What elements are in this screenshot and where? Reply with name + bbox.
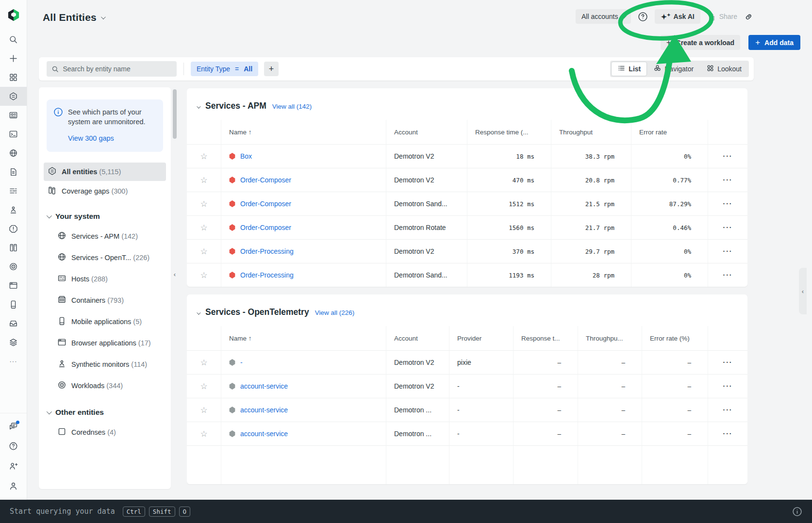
mobile-icon[interactable] <box>0 295 27 314</box>
sidebar-item-corednses[interactable]: Corednses (4) <box>53 422 166 443</box>
favorite-star-toggle[interactable]: ☆ <box>200 430 207 438</box>
entity-link[interactable]: account-service <box>240 406 288 414</box>
sidebar-item-all-entities[interactable]: All entities (5,115) <box>44 163 166 181</box>
favorite-star-toggle[interactable]: ☆ <box>200 359 207 367</box>
sidebar-item-services-apm[interactable]: Services - APM (142) <box>53 226 166 247</box>
favorite-star-toggle[interactable]: ☆ <box>200 406 207 414</box>
row-actions-button[interactable]: ··· <box>708 192 747 215</box>
workloads-icon[interactable] <box>0 257 27 276</box>
sidebar-item-mobile-applications[interactable]: Mobile applications (5) <box>53 311 166 332</box>
group-header-other-entities[interactable]: Other entities <box>47 408 163 417</box>
column-header-name[interactable]: Name ↑ <box>221 120 386 144</box>
row-actions-button[interactable]: ··· <box>708 263 747 287</box>
favorite-star-toggle[interactable]: ☆ <box>200 224 207 232</box>
sidebar-item-workloads[interactable]: Workloads (344) <box>53 375 166 396</box>
chevron-down-icon[interactable] <box>197 104 200 108</box>
entity-link[interactable]: account-service <box>240 430 288 438</box>
sidebar-item-coverage-gaps[interactable]: Coverage gaps (300) <box>44 182 166 200</box>
favorite-star-toggle[interactable]: ☆ <box>200 271 207 279</box>
view-navigator-button[interactable]: Navigator <box>647 62 700 76</box>
favorite-star-toggle[interactable]: ☆ <box>200 200 207 208</box>
view-all-link[interactable]: View all (226) <box>315 309 355 316</box>
dashboards-icon[interactable] <box>0 68 27 87</box>
create-workload-button[interactable]: + Create a workload <box>661 35 741 50</box>
favorite-star-toggle[interactable]: ☆ <box>200 247 207 256</box>
item-count: (142) <box>121 232 138 240</box>
help-icon[interactable] <box>0 436 27 456</box>
page-title-wrap[interactable]: All Entities <box>43 12 104 23</box>
row-actions-button[interactable]: ··· <box>708 239 747 263</box>
entity-link[interactable]: Box <box>240 152 252 160</box>
entity-link[interactable]: Order-Composer <box>240 224 291 231</box>
group-header-your-system[interactable]: Your system <box>47 212 163 221</box>
sidebar-item-containers[interactable]: Containers (793) <box>53 290 166 311</box>
favorite-star-toggle[interactable]: ☆ <box>200 152 207 161</box>
sidebar-item-browser-applications[interactable]: Browser applications (17) <box>53 332 166 354</box>
document-icon[interactable] <box>0 163 27 181</box>
entity-link[interactable]: Order-Composer <box>240 176 291 184</box>
view-lookout-button[interactable]: Lookout <box>700 62 748 76</box>
view-gaps-link[interactable]: View 300 gaps <box>68 133 114 143</box>
entity-link[interactable]: account-service <box>240 382 288 390</box>
browser-globe-icon[interactable] <box>0 144 27 163</box>
rail-icon-group: ··· <box>0 30 27 371</box>
browser-app-icon[interactable] <box>0 276 27 295</box>
row-actions-button[interactable]: ··· <box>708 168 747 192</box>
user-avatar-icon[interactable] <box>0 476 27 496</box>
entity-type-filter[interactable]: Entity Type = All <box>191 62 258 76</box>
table-cell: 0% <box>631 144 708 168</box>
info-icon[interactable] <box>792 507 802 517</box>
help-circle-icon[interactable] <box>638 12 648 22</box>
console-icon[interactable] <box>0 125 27 144</box>
view-all-link[interactable]: View all (142) <box>272 103 312 110</box>
more-icon[interactable]: ··· <box>0 352 27 371</box>
search-icon[interactable] <box>0 30 27 49</box>
favorite-star-toggle[interactable]: ☆ <box>200 382 207 391</box>
alerts-icon[interactable] <box>0 219 27 238</box>
infrastructure-icon[interactable] <box>0 238 27 257</box>
copy-link-icon[interactable] <box>744 12 754 21</box>
invite-user-icon[interactable] <box>0 456 27 476</box>
collapse-panel-handle[interactable]: ‹ <box>171 265 179 283</box>
entity-link[interactable]: Order-Composer <box>240 200 291 208</box>
scrollbar-thumb[interactable] <box>173 89 177 139</box>
sidebar-item-hosts[interactable]: Hosts (288) <box>53 268 166 290</box>
panel-scrollbar[interactable] <box>172 89 177 489</box>
notifications-icon[interactable] <box>0 416 27 436</box>
sidebar-item-synthetic-monitors[interactable]: Synthetic monitors (114) <box>53 354 166 375</box>
sidebar-item-services-opent[interactable]: Services - OpenT... (226) <box>53 247 166 268</box>
layers-icon[interactable] <box>0 333 27 352</box>
chevron-down-icon[interactable] <box>197 311 200 314</box>
new-relic-logo[interactable] <box>0 0 27 30</box>
entity-link[interactable]: Order-Processing <box>240 271 294 279</box>
row-actions-button[interactable]: ··· <box>708 350 747 374</box>
logs-icon[interactable] <box>0 181 27 200</box>
empty-cell <box>386 445 449 484</box>
entity-search[interactable] <box>47 61 177 77</box>
inbox-icon[interactable] <box>0 314 27 333</box>
favorite-star-toggle[interactable]: ☆ <box>200 176 207 184</box>
add-icon[interactable] <box>0 49 27 68</box>
row-actions-button[interactable]: ··· <box>708 144 747 168</box>
all-entities-icon[interactable] <box>0 87 27 106</box>
share-button[interactable]: Share <box>707 12 737 21</box>
row-actions-button[interactable]: ··· <box>708 422 747 445</box>
account-picker-button[interactable]: All accounts <box>576 9 631 24</box>
add-filter-button[interactable]: + <box>264 62 279 76</box>
row-actions-button[interactable]: ··· <box>708 215 747 239</box>
query-bar[interactable]: Start querying your data CtrlShiftO <box>0 500 812 523</box>
ask-ai-button[interactable]: ✦✦ Ask AI <box>655 9 700 24</box>
expand-side-panel-handle[interactable]: ‹ <box>799 268 807 314</box>
row-actions-button[interactable]: ··· <box>708 398 747 422</box>
empty-cell <box>642 445 708 484</box>
add-data-button[interactable]: + Add data <box>748 35 800 50</box>
synthetics-icon[interactable] <box>0 200 27 219</box>
column-header-name[interactable]: Name ↑ <box>221 326 386 350</box>
view-list-button[interactable]: List <box>611 62 647 76</box>
entity-link[interactable]: Order-Processing <box>240 247 294 255</box>
apm-icon[interactable] <box>0 106 27 125</box>
entity-link[interactable]: - <box>240 359 243 366</box>
search-input[interactable] <box>63 65 172 73</box>
row-actions-button[interactable]: ··· <box>708 374 747 398</box>
table-cell: – <box>578 374 642 398</box>
